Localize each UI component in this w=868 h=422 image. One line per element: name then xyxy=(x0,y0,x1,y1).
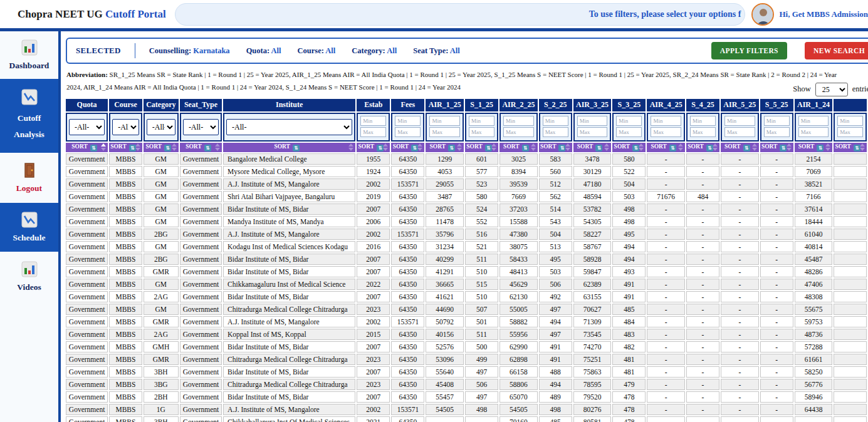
sort-button[interactable]: SORT⇅ xyxy=(391,143,424,152)
max-input[interactable] xyxy=(764,127,790,137)
table-cell: 2007 xyxy=(357,203,390,215)
table-cell: 55956 xyxy=(499,329,538,340)
sort-button[interactable]: SORT⇅ xyxy=(795,143,833,152)
sidebar-item-logout[interactable]: Logout xyxy=(0,153,58,203)
min-input[interactable] xyxy=(837,116,863,126)
max-input[interactable] xyxy=(360,127,386,137)
table-cell: - xyxy=(721,153,759,165)
quota-filter-select[interactable]: -All- xyxy=(69,119,105,135)
table-cell: Government xyxy=(66,216,108,227)
entries-per-page-select[interactable]: 25 xyxy=(815,83,848,96)
max-input[interactable] xyxy=(798,127,829,137)
table-cell xyxy=(834,279,867,290)
table-cell: Mandya Institute of MS, Mandya xyxy=(223,216,355,227)
institute-filter-select[interactable]: -All- xyxy=(226,119,352,135)
max-input[interactable] xyxy=(724,127,755,137)
sort-arrows-icon: ⇅ xyxy=(595,145,602,152)
table-cell: 48413 xyxy=(499,266,538,277)
sort-button[interactable]: SORT⇅ xyxy=(539,143,572,152)
sort-button[interactable]: SORT⇅ xyxy=(573,143,612,152)
sidebar-item-cutoff-analysis[interactable]: Cutoff Analysis xyxy=(0,79,58,153)
table-cell: 8394 xyxy=(499,166,538,177)
min-input[interactable] xyxy=(577,116,608,126)
category-filter-select[interactable]: -All- xyxy=(147,119,175,135)
min-input[interactable] xyxy=(395,116,421,126)
sidebar-item-schedule[interactable]: Schedule xyxy=(0,203,58,252)
table-cell: 64350 xyxy=(391,304,424,315)
min-input[interactable] xyxy=(616,116,642,126)
sidebar-item-dashboard[interactable]: Dashboard xyxy=(0,31,58,79)
sort-button[interactable]: SORT⇅ xyxy=(465,143,498,152)
table-cell: 59753 xyxy=(795,316,833,327)
sort-button[interactable]: SORT⇅ xyxy=(223,143,355,152)
sort-button[interactable]: SORT⇅ xyxy=(144,143,179,152)
table-cell: 2AG xyxy=(144,329,179,340)
max-input[interactable] xyxy=(503,127,534,137)
max-input[interactable] xyxy=(837,127,863,137)
min-input[interactable] xyxy=(651,116,681,126)
min-input[interactable] xyxy=(690,116,716,126)
sort-button[interactable]: SORT⇅ xyxy=(612,143,646,152)
sort-button[interactable]: SORT⇅ xyxy=(66,143,108,152)
table-cell: 75251 xyxy=(573,354,612,365)
sort-button[interactable]: SORT⇅ xyxy=(686,143,719,152)
table-cell xyxy=(834,416,867,422)
sort-label: SORT xyxy=(466,143,483,150)
table-cell: - xyxy=(686,379,719,390)
table-cell: 543 xyxy=(539,216,572,227)
max-input[interactable] xyxy=(395,127,421,137)
new-search-button[interactable]: NEW SEARCH xyxy=(805,42,868,59)
sort-label: SORT xyxy=(835,143,851,150)
table-cell: 478 xyxy=(612,391,646,403)
min-input[interactable] xyxy=(503,116,534,126)
table-cell: 35796 xyxy=(426,229,464,240)
sort-carets-icon xyxy=(101,143,106,151)
min-input[interactable] xyxy=(798,116,829,126)
column-header: S_1_25 xyxy=(465,99,498,111)
sort-button[interactable]: SORT⇅ xyxy=(180,143,222,152)
sort-button[interactable]: SORT⇅ xyxy=(647,143,685,152)
max-input[interactable] xyxy=(543,127,568,137)
max-input[interactable] xyxy=(651,127,681,137)
table-cell: - xyxy=(721,316,759,327)
sort-button[interactable]: SORT⇅ xyxy=(499,143,538,152)
max-input[interactable] xyxy=(616,127,642,137)
user-greeting[interactable]: Hi, Get MBBS Admission xyxy=(779,9,868,19)
course-filter-select[interactable]: -All- xyxy=(112,119,139,135)
apply-filters-button[interactable]: APPLY FILTERS xyxy=(711,42,787,59)
min-input[interactable] xyxy=(429,116,460,126)
table-cell: MBBS xyxy=(109,341,142,353)
sort-button[interactable]: SORT⇅ xyxy=(834,143,867,152)
max-input[interactable] xyxy=(469,127,494,137)
sort-button[interactable]: SORT⇅ xyxy=(760,143,793,152)
table-cell: - xyxy=(760,153,793,165)
max-input[interactable] xyxy=(577,127,608,137)
sidebar-item-label: Videos xyxy=(17,282,41,292)
table-cell: 495 xyxy=(612,229,646,240)
sort-button[interactable]: SORT⇅ xyxy=(426,143,464,152)
min-input[interactable] xyxy=(469,116,494,126)
table-cell: - xyxy=(721,229,759,240)
filter-cell: -All- xyxy=(223,113,355,142)
table-cell: - xyxy=(721,191,759,202)
table-cell: - xyxy=(721,178,759,190)
min-input[interactable] xyxy=(543,116,568,126)
min-input[interactable] xyxy=(724,116,755,126)
table-cell: 61040 xyxy=(795,229,833,240)
table-cell: 66158 xyxy=(499,366,538,378)
table-cell: 495 xyxy=(539,254,572,265)
sort-label: SORT xyxy=(724,143,741,150)
max-input[interactable] xyxy=(429,127,460,137)
table-cell: Government xyxy=(66,191,108,202)
sort-button[interactable]: SORT⇅ xyxy=(721,143,759,152)
sidebar-item-videos[interactable]: Videos xyxy=(0,252,58,302)
table-cell: 501 xyxy=(465,316,498,327)
avatar[interactable] xyxy=(751,3,774,26)
table-cell: 47406 xyxy=(795,279,833,290)
seat_type-filter-select[interactable]: -All- xyxy=(183,119,219,135)
min-input[interactable] xyxy=(764,116,790,126)
max-input[interactable] xyxy=(690,127,716,137)
sort-button[interactable]: SORT⇅ xyxy=(109,143,142,152)
sort-button[interactable]: SORT⇅ xyxy=(357,143,390,152)
min-input[interactable] xyxy=(360,116,386,126)
